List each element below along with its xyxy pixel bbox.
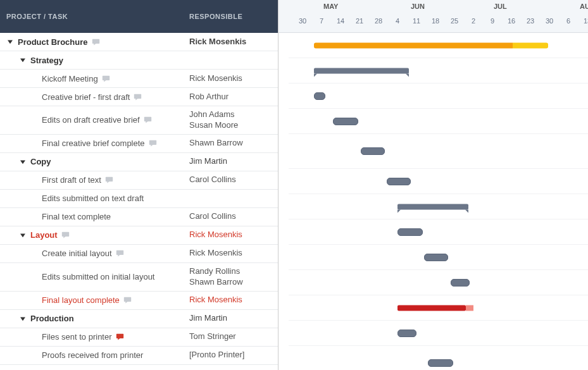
group-row[interactable]: CopyJim Martin — [0, 153, 278, 171]
leaf-row[interactable]: Final text completeCarol Collins — [0, 208, 278, 226]
gantt-bar[interactable] — [314, 92, 325, 100]
gantt-bar[interactable] — [424, 254, 448, 261]
task-name: Product Brochure — [18, 37, 88, 47]
task-name: Layout — [30, 230, 58, 240]
gantt-row — [289, 169, 588, 194]
comment-icon — [61, 231, 70, 239]
leaf-row[interactable]: Create initial layoutRick Mosenkis — [0, 245, 278, 263]
task-name: Proofs received from printer — [42, 350, 143, 360]
task-cell[interactable]: Production — [0, 314, 189, 323]
leaf-row[interactable]: Final layout completeRick Mosenkis — [0, 292, 278, 310]
gantt-bar[interactable] — [397, 305, 466, 311]
gantt-bar[interactable] — [387, 178, 411, 185]
day-label: 16 — [508, 17, 515, 25]
task-cell[interactable]: Edits submitted on initial layout — [0, 272, 189, 281]
toggle-icon[interactable] — [6, 38, 14, 46]
month-label: AUG — [580, 3, 588, 10]
day-label: 14 — [337, 17, 344, 25]
leaf-row[interactable]: Final creative brief completeShawn Barro… — [0, 135, 278, 153]
task-cell[interactable]: Copy — [0, 157, 189, 166]
gantt-bar[interactable] — [397, 228, 423, 236]
leaf-row[interactable]: Creative brief - first draftRob Arthur — [0, 88, 278, 106]
task-cell[interactable]: Final layout complete — [0, 295, 189, 305]
task-name: Edits submitted on initial layout — [42, 272, 154, 281]
gantt-bar[interactable] — [314, 42, 548, 48]
toggle-icon[interactable] — [19, 231, 27, 239]
gantt-bar[interactable] — [333, 118, 358, 125]
task-cell[interactable]: Product Brochure — [0, 37, 189, 47]
day-label: 23 — [527, 17, 534, 25]
gantt-row — [289, 219, 588, 245]
toggle-icon[interactable] — [19, 315, 27, 323]
comment-icon — [92, 38, 100, 46]
task-cell[interactable]: Edits submitted on text draft — [0, 194, 189, 203]
header-task-col: PROJECT / TASK — [0, 13, 189, 20]
responsible-cell: John AdamsSusan Moore — [189, 109, 278, 131]
comment-icon — [116, 249, 124, 257]
task-cell[interactable]: Creative brief - first draft — [0, 92, 189, 102]
leaf-row[interactable]: Edits on draft creative briefJohn AdamsS… — [0, 106, 278, 135]
responsible-cell: Rick Mosenkis — [189, 230, 278, 240]
day-label: 25 — [451, 17, 458, 25]
task-cell[interactable]: Edits on draft creative brief — [0, 115, 189, 125]
day-label: 13 — [584, 17, 588, 25]
task-name: Edits on draft creative brief — [42, 115, 140, 125]
leaf-row[interactable]: Edits submitted on text draft — [0, 190, 278, 208]
day-label: 6 — [566, 17, 570, 25]
group-row[interactable]: LayoutRick Mosenkis — [0, 226, 278, 245]
task-name: Final layout complete — [42, 295, 120, 305]
gantt-row — [289, 295, 588, 321]
comment-icon — [116, 333, 124, 341]
leaf-row[interactable]: Kickoff MeetingRick Mosenkis — [0, 70, 278, 88]
leaf-row[interactable]: Edits submitted on initial layoutRandy R… — [0, 263, 278, 292]
task-cell[interactable]: Final creative brief complete — [0, 139, 189, 148]
leaf-row[interactable]: Final brochure back from printerJim Mart… — [0, 365, 278, 370]
leaf-row[interactable]: Files sent to printerTom Stringer — [0, 328, 278, 347]
task-name: First draft of text — [42, 175, 101, 185]
task-cell[interactable]: First draft of text — [0, 175, 189, 185]
responsible-cell: Rick Mosenkis — [189, 295, 278, 305]
timeline-header: MAYJUNJULAUG 307142128411182529162330613… — [278, 0, 588, 33]
gantt-bar[interactable] — [451, 279, 470, 287]
task-cell[interactable]: Strategy — [0, 56, 189, 65]
gantt-bar[interactable] — [361, 147, 385, 155]
task-cell[interactable]: Kickoff Meeting — [0, 74, 189, 83]
task-cell[interactable]: Proofs received from printer — [0, 350, 189, 360]
group-row[interactable]: ProductionJim Martin — [0, 310, 278, 328]
gantt-row — [289, 33, 588, 58]
task-name: Files sent to printer — [42, 332, 112, 342]
group-row[interactable]: Strategy — [0, 51, 278, 70]
leaf-row[interactable]: Proofs received from printer[Pronto Prin… — [0, 347, 278, 365]
toggle-icon[interactable] — [19, 158, 27, 166]
header-resp-col: RESPONSIBLE — [189, 13, 278, 20]
day-label: 30 — [546, 17, 553, 25]
task-cell[interactable]: Files sent to printer — [0, 332, 189, 342]
gantt-bar[interactable] — [397, 330, 416, 337]
responsible-cell: Randy RollinsShawn Barrow — [189, 266, 278, 288]
day-label: 30 — [299, 17, 306, 25]
day-label: 11 — [413, 17, 420, 25]
day-label: 28 — [375, 17, 382, 25]
gantt-bar[interactable] — [397, 204, 468, 209]
gantt-bar[interactable] — [428, 359, 453, 367]
task-cell[interactable]: Layout — [0, 230, 189, 240]
gantt-row — [289, 245, 588, 270]
task-name: Create initial layout — [42, 249, 112, 258]
leaf-row[interactable]: First draft of textCarol Collins — [0, 171, 278, 190]
day-label: 7 — [320, 17, 323, 25]
month-label: JUN — [411, 3, 425, 10]
responsible-cell: Rob Arthur — [189, 92, 278, 102]
gantt-bar[interactable] — [314, 68, 409, 73]
task-name: Final text complete — [42, 212, 111, 221]
task-cell[interactable]: Create initial layout — [0, 249, 189, 258]
responsible-cell: Jim Martin — [189, 313, 278, 324]
responsible-cell: Carol Collins — [189, 175, 278, 185]
task-cell[interactable]: Final text complete — [0, 212, 189, 221]
task-name: Copy — [30, 157, 51, 166]
comment-icon — [105, 176, 113, 184]
project-row[interactable]: Product BrochureRick Mosenkis — [0, 33, 278, 51]
gantt-row — [289, 321, 588, 346]
toggle-icon[interactable] — [19, 56, 27, 64]
comment-icon — [144, 116, 152, 124]
task-name: Kickoff Meeting — [42, 74, 98, 83]
